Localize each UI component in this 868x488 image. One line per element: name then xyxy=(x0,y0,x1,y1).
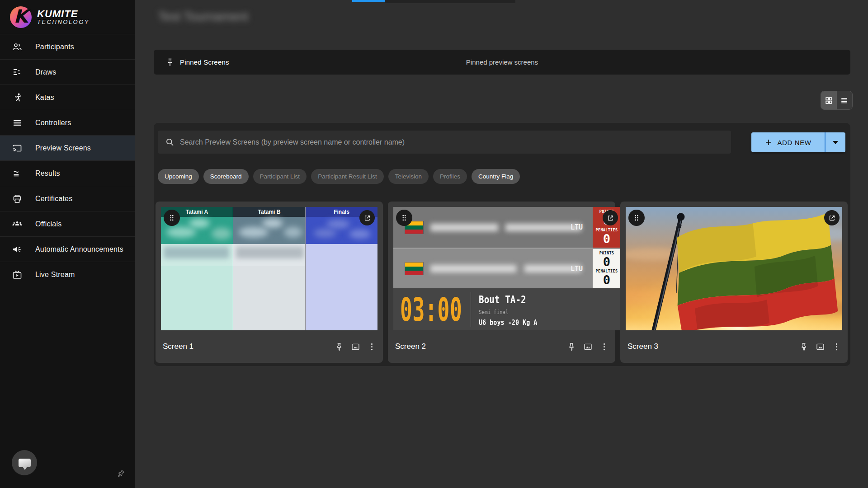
grid-view-button[interactable] xyxy=(821,91,837,109)
screen-card-1: Tatami A Tatami B xyxy=(156,202,383,363)
add-new-button[interactable]: ADD NEW xyxy=(751,132,825,152)
divider xyxy=(471,292,471,327)
penalties-label: PENALTIES xyxy=(596,228,618,232)
sidebar-item-label: Live Stream xyxy=(35,271,75,279)
open-in-new-button[interactable] xyxy=(603,210,618,225)
sidebar-item-certificates[interactable]: Certificates xyxy=(0,186,135,211)
sidebar-item-draws[interactable]: Draws xyxy=(0,59,135,84)
chip-television[interactable]: Television xyxy=(388,169,429,184)
kumite-logo-icon: K xyxy=(10,6,32,28)
open-in-new-button[interactable] xyxy=(359,210,375,225)
screen-title: Screen 3 xyxy=(627,342,658,351)
brand-tagline: TECHNOLOGY xyxy=(37,19,90,25)
sidebar-item-preview-screens[interactable]: Preview Screens xyxy=(0,135,135,160)
sidebar-item-label: Controllers xyxy=(35,119,71,127)
penalties-value: 0 xyxy=(603,233,610,245)
pin-screen-button[interactable] xyxy=(335,342,344,352)
printer-icon xyxy=(12,193,23,204)
people-icon xyxy=(12,42,23,52)
score-panel-white: POINTS 0 PENALTIES 0 xyxy=(593,249,621,288)
sidebar-item-katas[interactable]: Katas xyxy=(0,84,135,110)
active-tab-indicator xyxy=(352,0,385,2)
screen-cards-grid: Tatami A Tatami B xyxy=(156,202,848,363)
sidebar-item-automatic-announcements[interactable]: Automatic Announcements xyxy=(0,236,135,262)
screen-1-preview[interactable]: Tatami A Tatami B xyxy=(161,207,377,330)
drag-handle[interactable] xyxy=(396,210,412,226)
sidebar-item-controllers[interactable]: Controllers xyxy=(0,110,135,135)
brand-text: KUMITE TECHNOLOGY xyxy=(37,9,90,25)
chip-profiles[interactable]: Profiles xyxy=(433,169,467,184)
sidebar-item-label: Results xyxy=(35,169,60,178)
category-name: U6 boys -20 Kg A xyxy=(479,318,537,327)
lithuania-flag-icon xyxy=(405,263,423,275)
background-image-button[interactable] xyxy=(351,342,360,352)
pinned-screens-bar: Pinned Screens Pinned preview screens xyxy=(154,50,850,75)
logo-letter: K xyxy=(14,7,28,25)
more-options-button[interactable] xyxy=(599,342,609,352)
pin-screen-button[interactable] xyxy=(567,342,576,352)
add-new-split-button: ADD NEW xyxy=(751,132,845,152)
search-input[interactable] xyxy=(180,138,731,146)
chip-participant-list[interactable]: Participant List xyxy=(253,169,307,184)
screen-3-preview[interactable] xyxy=(626,207,842,330)
bout-number: Bout TA-2 xyxy=(479,294,537,305)
penalties-value: 0 xyxy=(603,274,610,286)
caret-down-icon xyxy=(833,141,838,144)
sidebar-item-label: Draws xyxy=(35,68,56,76)
chat-icon xyxy=(19,459,31,467)
sidebar-item-officials[interactable]: Officials xyxy=(0,211,135,236)
more-options-button[interactable] xyxy=(367,342,377,352)
drag-handle[interactable] xyxy=(164,210,180,226)
background-image-button[interactable] xyxy=(583,342,593,352)
sidebar-item-label: Certificates xyxy=(35,195,72,203)
view-toggle xyxy=(821,91,853,110)
live-tv-icon xyxy=(12,269,23,280)
background-image-button[interactable] xyxy=(816,342,825,352)
points-value: 0 xyxy=(603,256,610,268)
chip-country-flag[interactable]: Country Flag xyxy=(472,169,520,184)
country-code: LTU xyxy=(571,265,583,273)
open-in-new-icon xyxy=(828,214,836,222)
martial-arts-icon xyxy=(12,92,23,103)
sidebar-item-label: Preview Screens xyxy=(35,144,91,152)
search-box xyxy=(158,131,731,154)
tatami-b-column: Tatami B xyxy=(233,207,305,330)
groups-icon xyxy=(12,219,23,230)
round-name: Semi final xyxy=(479,309,537,315)
chat-widget-button[interactable] xyxy=(12,450,37,475)
drag-handle-icon xyxy=(400,214,408,222)
sidebar: K KUMITE TECHNOLOGY Participants Draws K… xyxy=(0,0,135,488)
sidebar-item-label: Officials xyxy=(35,220,61,228)
card-footer: Screen 2 xyxy=(388,330,615,363)
screen-card-3: Screen 3 xyxy=(620,202,848,363)
top-tab-strip xyxy=(385,0,515,3)
screen-title: Screen 2 xyxy=(395,342,426,351)
drag-handle[interactable] xyxy=(628,210,645,226)
chip-participant-result-list[interactable]: Participant Result List xyxy=(311,169,384,184)
open-in-new-icon xyxy=(363,214,371,222)
main-content: Test Tournament Pinned Screens Pinned pr… xyxy=(135,0,868,488)
open-in-new-icon xyxy=(607,214,614,222)
sidebar-item-participants[interactable]: Participants xyxy=(0,34,135,59)
sidebar-item-live-stream[interactable]: Live Stream xyxy=(0,262,135,287)
screen-title: Screen 1 xyxy=(163,342,193,351)
drag-handle-icon xyxy=(632,214,641,222)
lithuania-flag-photo xyxy=(626,207,842,330)
draws-list-icon xyxy=(12,67,23,78)
column-header: Tatami B xyxy=(233,207,305,217)
pin-screen-button[interactable] xyxy=(799,342,809,352)
country-code: LTU xyxy=(571,223,583,231)
open-in-new-button[interactable] xyxy=(824,210,840,225)
scoreboard-competitor-row: LTU POINTS 0 PENALTIES 0 xyxy=(393,207,621,248)
list-view-button[interactable] xyxy=(837,91,853,109)
cast-icon xyxy=(12,143,23,154)
chip-upcoming[interactable]: Upcoming xyxy=(158,169,199,184)
scoreboard-bout-row: 03:00 Bout TA-2 Semi final U6 boys -20 K… xyxy=(393,288,621,330)
sidebar-pin-icon[interactable] xyxy=(116,469,126,479)
add-new-dropdown-button[interactable] xyxy=(826,132,845,152)
chip-scoreboard[interactable]: Scoreboard xyxy=(203,169,249,184)
sidebar-item-results[interactable]: Results xyxy=(0,160,135,186)
pinned-screens-subtitle: Pinned preview screens xyxy=(154,58,850,66)
screen-card-2: LTU POINTS 0 PENALTIES 0 xyxy=(388,202,615,363)
more-options-button[interactable] xyxy=(832,342,841,352)
